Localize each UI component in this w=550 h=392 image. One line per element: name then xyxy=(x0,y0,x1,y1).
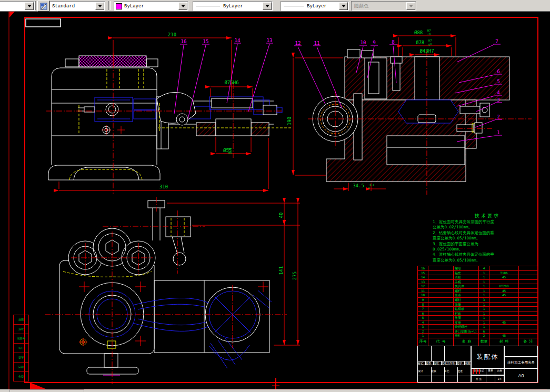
text-style-combo[interactable]: Standard xyxy=(49,1,105,11)
bom-code xyxy=(428,316,453,320)
bom-qty: 1 xyxy=(478,271,489,275)
scrollbar-thumb[interactable] xyxy=(9,389,84,392)
callout-16: 16 xyxy=(181,39,187,44)
dim-78-upper: H7 xyxy=(428,39,432,42)
bom-remark xyxy=(518,334,537,338)
chevron-down-icon[interactable] xyxy=(339,2,348,10)
bom-header-no: 序号 xyxy=(418,338,428,346)
technical-requirement-line: 3、定位面的平面度公差为 xyxy=(433,242,527,247)
bom-remark xyxy=(518,303,537,307)
part-name-cell: 装配体 xyxy=(471,346,504,368)
bom-no: 2 xyxy=(418,329,428,334)
border-signature-row: 日期 xyxy=(14,362,28,371)
dim-40: 40 xyxy=(278,213,284,218)
bom-name: 衬套 xyxy=(453,311,478,316)
bom-header-qty: 数量 xyxy=(478,338,489,346)
bom-material: 45 xyxy=(489,293,518,297)
bom-name: 滑柱 xyxy=(453,334,478,338)
technical-requirement-line: 直度公差为0.05/100mm。 xyxy=(433,236,527,241)
dim-88-upper: H7 xyxy=(427,29,431,32)
callout-2: 2 xyxy=(497,114,499,119)
bom-qty: 1 xyxy=(478,289,489,293)
bom-material xyxy=(489,325,518,329)
text-style-value: Standard xyxy=(52,4,75,9)
bom-qty: 1 xyxy=(478,325,489,329)
partial-combo[interactable] xyxy=(0,1,35,11)
bom-code xyxy=(428,271,453,275)
bom-row: 8 弹簧 1 xyxy=(418,302,537,307)
technical-requirements-lines: 1、定位面对夹具安装基面的平行度公差为0.02/100mm。2、钻套轴心线对夹具… xyxy=(433,219,527,263)
front-view-drawing xyxy=(46,53,292,194)
sheet-size: A0 xyxy=(518,373,524,378)
bom-row: 6 衬套 1 xyxy=(418,311,537,316)
bom-no: 7 xyxy=(418,307,428,311)
dim-55-upper: H7 xyxy=(228,147,232,150)
bom-remark xyxy=(518,289,537,293)
dim-78-lower: g6 xyxy=(428,43,432,46)
linetype-combo[interactable]: ByLayer xyxy=(193,1,273,11)
bom-row: 3 铰链螺栓 1 xyxy=(418,324,537,329)
bom-material: 45 xyxy=(489,334,518,338)
bom-remark xyxy=(518,293,537,297)
bom-name: 齿条 xyxy=(453,293,478,297)
bom-table: 16 螺母 4 15 钻套 1 T10A 14 滑柱 1 45 13 手柄 1 xyxy=(417,266,538,338)
color-value: ByLayer xyxy=(124,4,144,9)
color-combo[interactable]: ByLayer xyxy=(114,1,188,11)
border-signature-row: 签字 xyxy=(14,353,28,362)
chevron-down-icon[interactable] xyxy=(25,2,34,10)
bom-row: 13 手柄 1 xyxy=(418,279,537,284)
technical-requirement-line: 公差为0.02/100mm。 xyxy=(433,225,527,230)
bom-qty: 2 xyxy=(478,334,489,338)
bom-material xyxy=(489,316,518,320)
border-signature-row: 会签 xyxy=(14,371,28,381)
bom-name: 滑柱 xyxy=(453,275,478,279)
lineweight-value: ByLayer xyxy=(307,4,327,9)
bom-material: HT200 xyxy=(489,284,518,288)
dim-345-lower: 0 xyxy=(368,187,370,189)
company-cell xyxy=(504,346,538,357)
chevron-down-icon[interactable] xyxy=(263,2,272,10)
bom-name: 钻套 xyxy=(453,271,478,275)
bom-remark xyxy=(518,275,537,279)
bom-remark xyxy=(518,298,537,302)
callout-13: 13 xyxy=(267,38,273,43)
bom-code xyxy=(428,329,453,334)
bom-no: 9 xyxy=(418,298,428,302)
chevron-down-icon[interactable] xyxy=(95,2,104,10)
bom-row: 9 螺钉 3 xyxy=(418,297,537,302)
chevron-down-icon[interactable] xyxy=(178,2,187,10)
border-signature-row: 装订 xyxy=(14,343,28,353)
bom-header-row: 序号 代 号 名 称 数量 材 料 备 注 xyxy=(417,338,538,346)
lineweight-icon xyxy=(284,6,304,6)
bom-remark xyxy=(518,316,537,320)
bom-material: 45 xyxy=(489,275,518,279)
technical-requirement-line: 4、滑柱轴心线对夹具体定位面的垂 xyxy=(433,252,527,257)
dim-55-lower: m6 xyxy=(228,151,232,154)
dim-190: 190 xyxy=(287,117,292,125)
bom-code xyxy=(428,307,453,311)
bom-row: 1 滑柱 2 45 xyxy=(418,333,537,338)
bom-material: 45 xyxy=(489,320,518,325)
bom-name: 螺钉 xyxy=(453,298,478,302)
cad-application-window: Standard ByLayer ByLayer ByLayer 随颜色 xyxy=(0,0,550,392)
bom-no: 15 xyxy=(418,271,428,275)
border-signature-row: 描校 xyxy=(14,324,28,334)
lineweight-combo[interactable]: ByLayer xyxy=(281,1,349,11)
toolbar: Standard ByLayer ByLayer ByLayer 随颜色 xyxy=(0,0,550,12)
text-style-button[interactable] xyxy=(37,1,49,12)
bom-no: 1 xyxy=(418,334,428,338)
border-signature-row: 描图 xyxy=(14,315,28,324)
bom-material xyxy=(489,311,518,316)
plotstyle-value: 随颜色 xyxy=(354,3,368,9)
bom-row: 4 支座 1 45 xyxy=(418,320,537,325)
bom-header-code: 代 号 xyxy=(428,338,453,346)
bom-material xyxy=(489,303,518,307)
callout-10: 10 xyxy=(361,40,366,45)
callout-4: 4 xyxy=(497,90,499,95)
bom-no: 12 xyxy=(418,284,428,288)
plotstyle-combo: 随颜色 xyxy=(351,1,416,11)
bom-name: 螺母 xyxy=(453,266,478,270)
bottom-scrollbar-strip[interactable] xyxy=(0,389,550,392)
toolbar-separator xyxy=(108,1,111,10)
bom-qty: 1 xyxy=(478,303,489,307)
